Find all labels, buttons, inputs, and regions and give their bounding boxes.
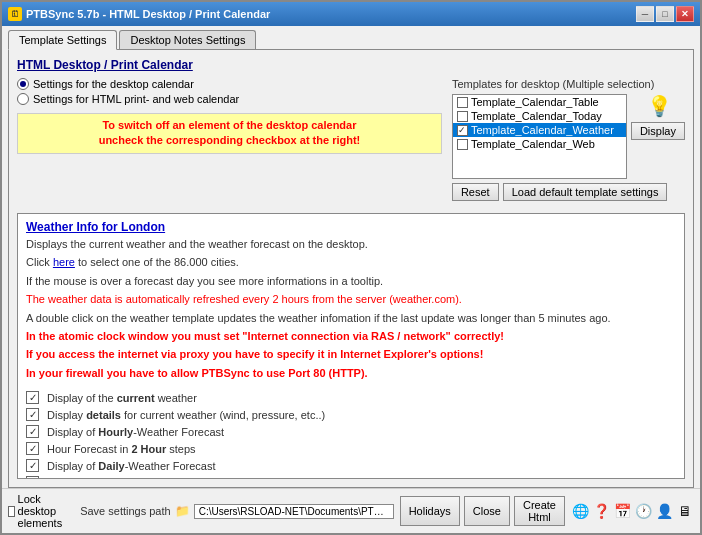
top-section: Settings for the desktop calendar Settin… (17, 78, 685, 205)
close-button[interactable]: Close (464, 496, 510, 526)
cb-current-weather[interactable] (26, 391, 39, 404)
holidays-button[interactable]: Holidays (400, 496, 460, 526)
lock-desktop-checkbox[interactable] (8, 506, 15, 517)
create-html-button[interactable]: Create Html (514, 496, 565, 526)
radio-html-print-label: Settings for HTML print- and web calenda… (33, 93, 239, 105)
titlebar-left: 🗓 PTBSync 5.7b - HTML Desktop / Print Ca… (8, 7, 270, 21)
checkbox-table: Display of the current weather Display d… (26, 390, 676, 479)
cb-night-forecast[interactable] (26, 476, 39, 479)
info-panel: Weather Info for London Displays the cur… (17, 213, 685, 479)
titlebar-controls: ─ □ ✕ (636, 6, 694, 22)
path-folder-icon[interactable]: 📁 (175, 504, 190, 518)
template-list: Template_Calendar_Table Template_Calenda… (452, 94, 627, 179)
cb-label-5: Display of Daily Weather Forecast also f… (47, 477, 301, 479)
section-title: HTML Desktop / Print Calendar (17, 58, 685, 72)
cb-hourly-forecast[interactable] (26, 425, 39, 438)
radio-desktop-label: Settings for the desktop calendar (33, 78, 194, 90)
cb-label-3: Hour Forecast in 2 Hour steps (47, 443, 196, 455)
minimize-button[interactable]: ─ (636, 6, 654, 22)
template-label-today: Template_Calendar_Today (471, 110, 602, 122)
info-line-6: If you access the internet via proxy you… (26, 347, 676, 362)
here-link[interactable]: here (53, 256, 75, 268)
clock-icon[interactable]: 🕐 (634, 502, 652, 520)
info-line-4: A double click on the weather template u… (26, 311, 676, 326)
cb-daily-forecast[interactable] (26, 459, 39, 472)
radio-group: Settings for the desktop calendar Settin… (17, 78, 442, 105)
radio-desktop[interactable]: Settings for the desktop calendar (17, 78, 442, 90)
templates-label: Templates for desktop (Multiple selectio… (452, 78, 685, 90)
bottom-buttons: Holidays Close Create Html (400, 496, 565, 526)
warning-box: To switch off an element of the desktop … (17, 113, 442, 154)
template-label-web: Template_Calendar_Web (471, 138, 595, 150)
cb-label-4: Display of Daily-Weather Forecast (47, 460, 216, 472)
info-line-5: In the atomic clock window you must set … (26, 329, 676, 344)
maximize-button[interactable]: □ (656, 6, 674, 22)
info-title: Weather Info for London (26, 220, 676, 234)
lock-desktop-label: Lock desktop elements (18, 493, 75, 529)
template-cb-web[interactable] (457, 139, 468, 150)
cb-label-2: Display of Hourly-Weather Forecast (47, 426, 224, 438)
load-default-button[interactable]: Load default template settings (503, 183, 668, 201)
radio-desktop-circle[interactable] (17, 78, 29, 90)
checkbox-row-5: Display of Daily Weather Forecast also f… (26, 475, 676, 479)
checkbox-row-4: Display of Daily-Weather Forecast (26, 458, 676, 473)
template-cb-today[interactable] (457, 111, 468, 122)
info-line-3: The weather data is automatically refres… (26, 292, 676, 307)
template-item-web[interactable]: Template_Calendar_Web (453, 137, 626, 151)
lightbulb-icon: 💡 (647, 94, 672, 118)
titlebar: 🗓 PTBSync 5.7b - HTML Desktop / Print Ca… (2, 2, 700, 26)
info-line-0: Displays the current weather and the wea… (26, 237, 676, 252)
bottom-bar: Lock desktop elements Save settings path… (2, 488, 700, 533)
window-title: PTBSync 5.7b - HTML Desktop / Print Cale… (26, 8, 270, 20)
globe-icon[interactable]: 🌐 (571, 502, 589, 520)
checkbox-row-2: Display of Hourly-Weather Forecast (26, 424, 676, 439)
monitor-icon[interactable]: 🖥 (676, 502, 694, 520)
close-window-button[interactable]: ✕ (676, 6, 694, 22)
template-label-weather: Template_Calendar_Weather (471, 124, 614, 136)
checkbox-row-1: Display details for current weather (win… (26, 407, 676, 422)
help-icon[interactable]: ❓ (592, 502, 610, 520)
tab-bar: Template Settings Desktop Notes Settings (2, 26, 700, 49)
cb-2hour-steps[interactable] (26, 442, 39, 455)
template-item-weather[interactable]: ✓ Template_Calendar_Weather (453, 123, 626, 137)
tab-desktop-notes-settings[interactable]: Desktop Notes Settings (119, 30, 256, 49)
checkbox-row-3: Hour Forecast in 2 Hour steps (26, 441, 676, 456)
template-item-table[interactable]: Template_Calendar_Table (453, 95, 626, 109)
main-window: 🗓 PTBSync 5.7b - HTML Desktop / Print Ca… (0, 0, 702, 535)
reset-row: Reset Load default template settings (452, 183, 685, 201)
radio-html-print-circle[interactable] (17, 93, 29, 105)
checkbox-row-0: Display of the current weather (26, 390, 676, 405)
left-column: Settings for the desktop calendar Settin… (17, 78, 442, 205)
save-path-section: Save settings path 📁 C:\Users\RSLOAD-NET… (80, 504, 394, 519)
save-path-label: Save settings path (80, 505, 171, 517)
lock-desktop-section: Lock desktop elements (8, 493, 74, 529)
warning-line1: To switch off an element of the desktop … (102, 119, 356, 131)
path-display: C:\Users\RSLOAD-NET\Documents\PTBSync-De… (194, 504, 394, 519)
info-line-2: If the mouse is over a forecast day you … (26, 274, 676, 289)
warning-line2: uncheck the corresponding checkbox at th… (99, 134, 361, 146)
cb-label-1: Display details for current weather (win… (47, 409, 325, 421)
template-item-today[interactable]: Template_Calendar_Today (453, 109, 626, 123)
calendar-icon[interactable]: 📅 (613, 502, 631, 520)
template-label-table: Template_Calendar_Table (471, 96, 599, 108)
tab-template-settings[interactable]: Template Settings (8, 30, 117, 50)
user-icon[interactable]: 👤 (655, 502, 673, 520)
reset-button[interactable]: Reset (452, 183, 499, 201)
radio-html-print[interactable]: Settings for HTML print- and web calenda… (17, 93, 442, 105)
right-column: Templates for desktop (Multiple selectio… (452, 78, 685, 205)
template-cb-table[interactable] (457, 97, 468, 108)
info-line-1: Click here to select one of the 86.000 c… (26, 255, 676, 270)
main-content: HTML Desktop / Print Calendar Settings f… (8, 49, 694, 488)
app-icon: 🗓 (8, 7, 22, 21)
display-button[interactable]: Display (631, 122, 685, 140)
template-cb-weather[interactable]: ✓ (457, 125, 468, 136)
cb-details-weather[interactable] (26, 408, 39, 421)
info-line-7: In your firewall you have to allow PTBSy… (26, 366, 676, 381)
bottom-right-icons: 🌐 ❓ 📅 🕐 👤 🖥 (571, 502, 694, 520)
cb-label-0: Display of the current weather (47, 392, 197, 404)
